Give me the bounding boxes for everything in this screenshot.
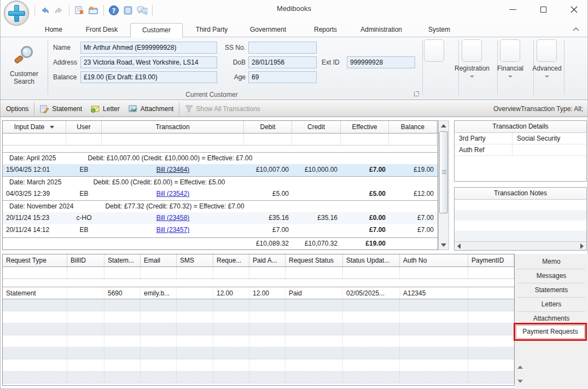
scroll-down-button[interactable] [439,240,449,249]
letter-button[interactable]: Letter [86,102,124,115]
filter-cell[interactable] [249,267,286,278]
filter-cell[interactable] [104,267,141,278]
close-button[interactable] [566,3,582,15]
filter-cell[interactable] [292,133,341,145]
collapse-ribbon-button[interactable] [572,26,581,34]
chevron-down-icon[interactable] [545,76,549,78]
tab-system[interactable]: System [425,23,453,37]
tab-third-party[interactable]: Third Party [192,23,231,37]
chevron-down-icon[interactable] [470,76,474,78]
bill-link[interactable]: Bill (23542) [156,190,190,198]
filter-cell[interactable] [468,267,514,278]
scroll-up-button[interactable] [439,121,449,130]
sidebar-item-messages[interactable]: Messages [515,269,588,283]
column-header-sms[interactable]: SMS [177,254,213,266]
notes-horizontal-scrollbar[interactable] [455,241,586,250]
filter-cell[interactable] [67,267,104,278]
payment-request-row[interactable]: Statement5690emily.b...12.0012.00Paid02/… [3,287,514,299]
transactions-scrollbar[interactable] [438,120,449,250]
name-field[interactable]: Mr Arthur Ahmed (E999999928) [80,42,217,54]
column-header-paid-a[interactable]: Paid A... [249,254,286,266]
sidebar-item-payment-requests[interactable]: Payment Requests [516,325,585,339]
filter-cell[interactable] [3,267,67,278]
financial-button[interactable]: Financial [493,65,527,72]
transaction-row[interactable]: 20/11/24 15:23c-HOBill (23458)£35.16£35.… [3,212,438,224]
column-header-request-type[interactable]: Request Type [3,254,67,266]
show-all-transactions-button[interactable]: Show All Transactions [181,102,264,115]
column-header-credit[interactable]: Credit [292,121,341,133]
filter-cell[interactable] [102,133,244,145]
filter-cell[interactable] [177,267,213,278]
column-header-reque[interactable]: Reque... [213,254,249,266]
customer-search-button[interactable]: Customer Search [5,39,43,95]
bill-link[interactable]: Bill (23457) [156,226,190,233]
filter-cell[interactable] [343,267,400,278]
extid-field[interactable]: 999999928 [347,56,415,68]
app-menu-button[interactable] [4,1,29,26]
tab-home[interactable]: Home [40,23,67,37]
sort-filter-icon[interactable] [50,126,54,129]
column-header-status-updat[interactable]: Status Updat... [343,254,400,266]
filter-cell[interactable] [286,267,343,278]
sidebar-item-memo[interactable]: Memo [515,255,588,269]
bill-link[interactable]: Bill (23458) [156,214,190,222]
column-header-input-date[interactable]: Input Date [3,121,66,133]
filter-cell[interactable] [389,133,437,145]
column-header-auth-no[interactable]: Auth No [400,254,468,266]
filter-cell[interactable] [141,267,177,278]
column-header-statem[interactable]: Statem... [104,254,141,266]
dob-field[interactable]: 28/01/1956 [248,56,317,68]
advanced-button[interactable]: Advanced [529,65,565,72]
filter-cell[interactable] [400,267,468,278]
age-field[interactable]: 69 [248,71,317,83]
scrollbar-thumb[interactable] [439,131,448,213]
transaction-row[interactable]: 15/04/25 12:01EBBill (23464)£10,007.00£1… [3,164,438,176]
maximize-button[interactable] [535,3,551,15]
minimize-button[interactable] [504,3,521,15]
transactions-filter-row[interactable] [3,133,438,146]
bill-link[interactable]: Bill (23464) [156,166,190,173]
sidebar-item-letters[interactable]: Letters [515,298,588,311]
tab-front-desk[interactable]: Front Desk [81,23,122,37]
tab-customer[interactable]: Customer [130,23,183,38]
filter-cell[interactable] [244,133,292,145]
column-header-transaction[interactable]: Transaction [102,121,244,133]
filter-cell[interactable] [66,133,102,145]
column-header-effective[interactable]: Effective [341,121,389,133]
statement-button[interactable]: Statement [36,102,86,115]
transactions-group-row[interactable]: Date: November 2024Debit: £77.32 (Credit… [3,200,438,212]
column-header-paymentid[interactable]: PaymentID [468,254,514,266]
tab-reports[interactable]: Reports [310,23,341,37]
registration-button-icon[interactable] [462,39,482,62]
scroll-up-button[interactable] [517,365,523,369]
filter-cell[interactable] [3,133,66,145]
scroll-left-button[interactable] [455,242,463,250]
tab-administration[interactable]: Administration [357,23,405,37]
transactions-group-row[interactable]: Date: April 2025Debit: £10,007.00 (Credi… [3,152,438,164]
column-header-user[interactable]: User [66,121,102,133]
balance-field[interactable]: £19.00 (Ex Draft: £19.00) [80,71,217,83]
unlabeled-ribbon-button[interactable] [424,39,444,62]
column-header-balance[interactable]: Balance [389,121,437,133]
scroll-right-button[interactable] [578,242,586,250]
address-field[interactable]: 23 Victoria Road, West Yorkshire, LS14 [80,56,217,68]
scroll-down-button[interactable] [517,380,523,383]
transaction-row[interactable]: 04/03/25 12:39EBBill (23542)£5.00£5.00£1… [3,188,438,200]
filter-cell[interactable] [341,133,389,145]
ssno-field[interactable] [248,42,317,54]
column-header-debit[interactable]: Debit [244,121,292,133]
transactions-group-row[interactable]: Date: March 2025Debit: £5.00 (Credit: £0… [3,176,438,188]
options-button[interactable]: Options [2,102,33,115]
column-header-email[interactable]: Email [141,254,177,266]
requests-filter-row[interactable] [3,267,514,279]
column-header-request-status[interactable]: Request Status [286,254,343,266]
chevron-down-icon[interactable] [508,76,513,78]
advanced-button-icon[interactable] [537,39,557,62]
column-header-billid[interactable]: BillID [67,254,104,266]
transaction-row[interactable]: 20/11/24 14:12EBBill (23457)£7.00£7.00£7… [3,224,438,233]
sidebar-item-statements[interactable]: Statements [515,283,588,297]
financial-button-icon[interactable] [500,39,520,62]
attachment-button[interactable]: Attachment [124,102,178,115]
filter-cell[interactable] [213,267,249,278]
registration-button[interactable]: Registration [448,65,496,72]
